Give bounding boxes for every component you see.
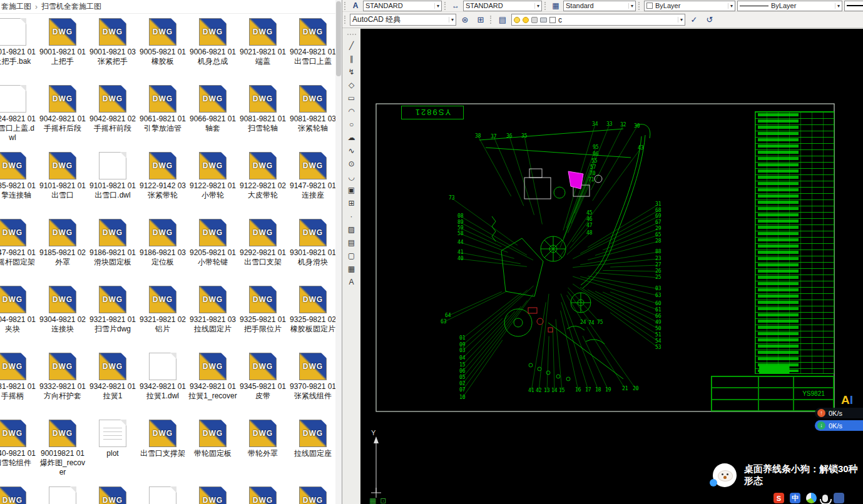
file-item[interactable]: DWG9147-9821 01手摇杆固定架 <box>0 217 38 284</box>
file-item[interactable]: DWG带轮外罩 <box>238 418 288 485</box>
file-item[interactable]: DWG9005-9821 01橡胶板 <box>138 16 188 83</box>
file-item[interactable]: DWG9321-9821 01扫雪片dwg <box>88 284 138 351</box>
file-item[interactable]: DWG9345-9821 01皮带 <box>238 351 288 418</box>
snap-status-icon[interactable]: ⊡ <box>380 496 386 504</box>
save-workspace-button[interactable]: ⊞ <box>474 14 488 26</box>
file-item[interactable]: DWG <box>0 485 38 504</box>
color-dropdown[interactable]: ByLayer ▾ <box>644 1 735 11</box>
file-item[interactable]: DWG9021-9821 01端盖 <box>238 16 288 83</box>
file-item[interactable]: DWG拉线固定座 <box>288 418 335 485</box>
breadcrumb-current[interactable]: 扫雪机全套施工图 <box>41 1 101 12</box>
lineweight-dropdown[interactable]: 0.00 毫米 ▾ <box>844 1 863 11</box>
file-item[interactable]: DWG9325-9821 02橡胶板固定片 <box>288 284 335 351</box>
chinese-ime-icon[interactable]: 中 <box>790 493 800 503</box>
file-item[interactable]: DWG9304-9821 01夹块 <box>0 284 38 351</box>
text-style-dropdown[interactable]: STANDARD ▾ <box>363 1 442 11</box>
file-item[interactable]: DWG <box>188 485 238 504</box>
file-item[interactable]: 9024-9821 01出雪口上盖.dwl <box>0 83 38 150</box>
arc-icon[interactable]: ◠ <box>345 104 359 118</box>
layer-lock-icon[interactable] <box>531 17 538 23</box>
hatch-icon[interactable]: ▨ <box>345 223 359 236</box>
workspace-settings-button[interactable]: ⊛ <box>458 14 472 26</box>
linetype-dropdown[interactable]: ByLayer ▾ <box>737 1 842 11</box>
file-item[interactable]: DWG9321-9821 02铝片 <box>138 284 188 351</box>
tray-extra-icon[interactable] <box>834 493 844 503</box>
file-item[interactable]: DWG9061-9821 01引擎放油管 <box>138 83 188 150</box>
layer-on-icon[interactable] <box>514 17 520 23</box>
spline-icon[interactable]: ∿ <box>345 144 359 157</box>
circle-icon[interactable]: ○ <box>345 118 359 131</box>
rectangle-icon[interactable]: ▭ <box>345 91 359 104</box>
file-item[interactable]: DWG9440-9821 01扫雪轮组件 <box>0 418 38 485</box>
file-item[interactable]: 9342-9821 01拉簧1.dwl <box>138 351 188 418</box>
file-item[interactable]: DWG9370-9821 01张紧线组件 <box>288 351 335 418</box>
polygon-icon[interactable]: ◇ <box>345 78 359 91</box>
file-item[interactable]: DWG9042-9821 02手摇杆前段 <box>88 83 138 150</box>
toolbar-grip[interactable] <box>638 2 641 10</box>
region-icon[interactable]: ▢ <box>345 249 359 262</box>
file-item[interactable]: DWG9001-9821 03 张紧把手 <box>88 16 138 83</box>
microphone-icon[interactable] <box>822 495 828 502</box>
pet-popup[interactable]: 桌面养线条小狗：解锁30种形态 <box>713 463 863 487</box>
file-item[interactable]: DWG9342-9821 01拉簧1_recover <box>188 351 238 418</box>
file-item[interactable]: DWG9085-9821 01引擎连接轴 <box>0 150 38 217</box>
file-item[interactable]: 9001-9821 01上把手.bak <box>0 16 38 83</box>
workspace-dropdown[interactable]: AutoCAD 经典 ▾ <box>350 14 456 26</box>
ellipse-icon[interactable]: ⊙ <box>345 157 359 170</box>
toolbar-grip[interactable] <box>344 16 347 24</box>
file-item[interactable] <box>38 485 88 504</box>
line-icon[interactable]: ╱ <box>345 39 359 52</box>
file-item[interactable]: DWG9122-9821 02大皮带轮 <box>238 150 288 217</box>
file-item[interactable]: DWG9081-9821 01扫雪轮轴 <box>238 83 288 150</box>
toolbar-grip[interactable] <box>444 2 447 10</box>
file-item[interactable] <box>138 485 188 504</box>
table-icon[interactable]: ▦ <box>345 262 359 275</box>
network-speed-widget[interactable]: ↑ 0K/s ↓ 0K/s <box>815 408 863 431</box>
file-item[interactable]: DWG9186-9821 01滑块固定板 <box>88 217 138 284</box>
scrollbar-thumb[interactable] <box>336 1 341 76</box>
file-item[interactable]: DWG9001-9821 01上把手 <box>38 16 88 83</box>
file-item[interactable]: DWG9332-9821 01方向杆护套 <box>38 351 88 418</box>
file-item[interactable]: DWG <box>238 485 288 504</box>
file-item[interactable]: DWG9006-9821 01机身总成 <box>188 16 238 83</box>
file-item[interactable]: DWG9325-9821 01把手限位片 <box>238 284 288 351</box>
revision-cloud-icon[interactable]: ☁ <box>345 131 359 144</box>
layer-control-dropdown[interactable]: c ▾ <box>511 14 685 26</box>
file-item[interactable]: DWG9024-9821 01出雪口上盖 <box>288 16 335 83</box>
file-item[interactable]: DWG9122-9142 03张紧带轮 <box>138 150 188 217</box>
file-item[interactable]: DWG9042-9821 01手摇杆后段 <box>38 83 88 150</box>
polyline-icon[interactable]: ↯ <box>345 65 359 78</box>
point-icon[interactable]: ∙ <box>345 209 359 223</box>
file-item[interactable]: DWG9122-9821 01小带轮 <box>188 150 238 217</box>
file-item[interactable]: DWG9321-9821 03拉线固定片 <box>188 284 238 351</box>
file-item[interactable]: DWG9081-9821 03张紧轮轴 <box>288 83 335 150</box>
sogou-icon[interactable]: S <box>774 493 784 503</box>
file-item[interactable]: DWG9304-9821 02连接块 <box>38 284 88 351</box>
file-item[interactable]: DWG9147-9821 01连接座 <box>288 150 335 217</box>
file-item[interactable]: 9101-9821 01出雪口.dwl <box>88 150 138 217</box>
file-item[interactable]: DWG9066-9821 01轴套 <box>188 83 238 150</box>
file-item[interactable]: DWG90019821 01爆炸图_recover <box>38 418 88 485</box>
grid-status-icon[interactable]: ▦ <box>369 496 376 504</box>
colorwheel-icon[interactable] <box>806 493 817 503</box>
table-style-dropdown[interactable]: Standard ▾ <box>563 1 636 11</box>
toolbar-grip[interactable] <box>344 2 347 10</box>
file-item[interactable]: DWG9342-9821 01拉簧1 <box>88 351 138 418</box>
insert-block-icon[interactable]: ▣ <box>345 183 359 196</box>
file-item[interactable]: DWG9185-9821 02外罩 <box>38 217 88 284</box>
gradient-icon[interactable]: ▤ <box>345 236 359 249</box>
toolbar-grip[interactable] <box>347 34 356 36</box>
layer-freeze-icon[interactable] <box>523 17 529 23</box>
dim-style-dropdown[interactable]: STANDARD ▾ <box>463 1 542 11</box>
make-block-icon[interactable]: ⊞ <box>345 196 359 209</box>
file-item[interactable]: DWG <box>88 485 138 504</box>
file-item[interactable]: DWG9101-9821 01出雪口 <box>38 150 88 217</box>
multiline-text-icon[interactable]: A <box>345 275 359 288</box>
explorer-scrollbar[interactable] <box>335 0 342 504</box>
toolbar-grip[interactable] <box>490 16 493 24</box>
file-item[interactable]: DWG9186-9821 03定位板 <box>138 217 188 284</box>
file-item[interactable]: DWG9292-9821 01出雪口支架 <box>238 217 288 284</box>
file-item[interactable]: plot <box>88 418 138 485</box>
make-object-layer-current-button[interactable]: ✓ <box>687 14 701 26</box>
dog-avatar[interactable] <box>713 463 737 487</box>
